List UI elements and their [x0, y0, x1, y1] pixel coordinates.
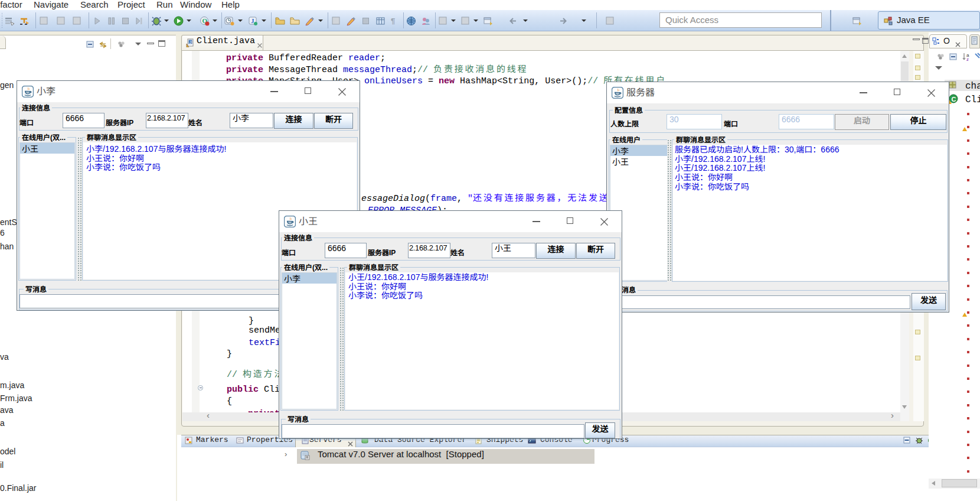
- svg-text:¶: ¶: [391, 16, 395, 26]
- svg-text:z: z: [966, 56, 969, 61]
- svg-text:J: J: [251, 17, 254, 24]
- svg-text:C: C: [952, 94, 956, 103]
- svg-text:J: J: [190, 38, 192, 45]
